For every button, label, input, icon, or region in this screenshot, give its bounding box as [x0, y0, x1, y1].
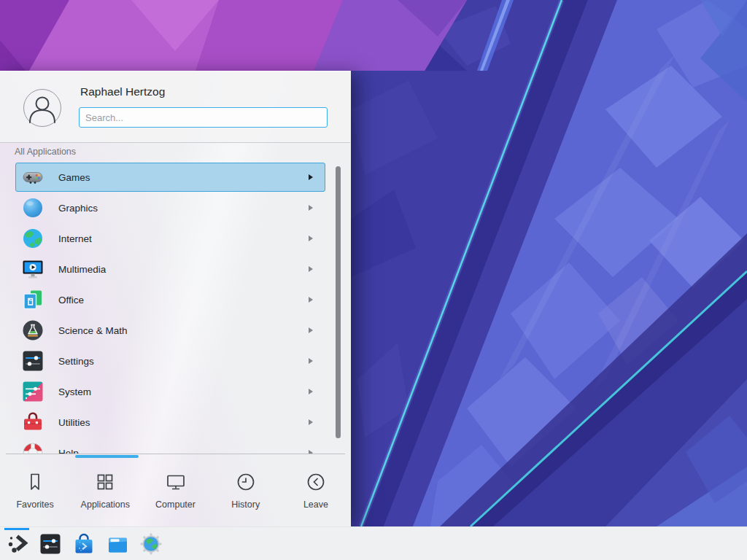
office-icon	[21, 288, 44, 311]
tab-label: History	[231, 499, 260, 510]
tabbar-divider	[6, 454, 345, 454]
category-list: Games Graphics Internet	[0, 162, 351, 454]
science-math-icon	[21, 319, 44, 342]
discover-icon	[72, 532, 96, 556]
system-icon	[21, 380, 44, 403]
tab-computer[interactable]: Computer	[140, 456, 210, 527]
submenu-arrow-icon	[309, 358, 313, 364]
category-row-help[interactable]: Help	[15, 438, 325, 454]
globe-gear-icon	[139, 532, 163, 556]
category-row-internet[interactable]: Internet	[15, 224, 325, 253]
tab-label: Leave	[303, 499, 328, 510]
folder-icon	[106, 532, 129, 556]
category-label: System	[58, 386, 309, 397]
category-row-science-math[interactable]: Science & Math	[15, 316, 325, 345]
section-label: All Applications	[15, 147, 76, 157]
category-row-settings[interactable]: Settings	[15, 346, 325, 376]
submenu-arrow-icon	[309, 174, 313, 180]
multimedia-icon	[21, 257, 44, 281]
submenu-arrow-icon	[309, 419, 313, 425]
tab-label: Favorites	[16, 499, 53, 510]
tab-label: Computer	[155, 499, 196, 510]
category-row-games[interactable]: Games	[15, 163, 325, 192]
list-scrollbar[interactable]	[336, 166, 341, 438]
category-row-utilities[interactable]: Utilities	[15, 408, 325, 437]
category-label: Utilities	[58, 417, 309, 428]
utilities-icon	[21, 411, 44, 434]
submenu-arrow-icon	[309, 205, 313, 211]
tab-applications[interactable]: Applications	[70, 456, 140, 527]
tab-leave[interactable]: Leave	[281, 456, 351, 527]
submenu-arrow-icon	[309, 236, 313, 241]
web-browser-button[interactable]	[137, 527, 165, 560]
tab-label: Applications	[81, 499, 130, 510]
category-label: Settings	[58, 356, 309, 367]
category-label: Multimedia	[58, 264, 309, 275]
clock-icon	[235, 471, 257, 493]
leave-icon	[305, 471, 327, 493]
system-settings-button[interactable]	[36, 527, 64, 560]
kde-launcher-icon	[6, 532, 29, 556]
tab-history[interactable]: History	[211, 456, 281, 527]
application-launcher-button[interactable]	[4, 527, 31, 560]
category-row-graphics[interactable]: Graphics	[15, 193, 325, 222]
file-manager-button[interactable]	[104, 527, 131, 560]
taskbar-panel: ES 7:03 PM 4/24/21	[0, 526, 747, 560]
launcher-header: Raphael Hertzog	[0, 71, 350, 143]
system-settings-icon	[39, 532, 62, 556]
grid-icon	[94, 471, 116, 493]
bookmark-icon	[24, 471, 46, 493]
category-label: Games	[58, 172, 309, 183]
active-task-indicator	[4, 528, 29, 530]
user-avatar-icon	[24, 90, 61, 126]
monitor-icon	[165, 471, 187, 493]
category-row-office[interactable]: Office	[15, 285, 325, 314]
internet-icon	[21, 227, 44, 250]
discover-button[interactable]	[70, 527, 98, 560]
search-input[interactable]	[79, 107, 328, 128]
games-icon	[21, 166, 44, 189]
category-label: Internet	[58, 233, 309, 244]
tab-favorites[interactable]: Favorites	[0, 456, 70, 527]
graphics-icon	[21, 196, 44, 219]
launcher-tabbar: Favorites Applications Computer	[0, 456, 351, 527]
category-label: Science & Math	[58, 325, 309, 336]
application-launcher-popup: Raphael Hertzog All Applications Games	[0, 71, 351, 526]
submenu-arrow-icon	[309, 327, 313, 333]
submenu-arrow-icon	[309, 297, 313, 303]
category-label: Graphics	[58, 203, 309, 214]
user-avatar[interactable]	[23, 89, 61, 127]
category-label: Office	[58, 295, 309, 306]
settings-icon	[21, 349, 44, 373]
user-name: Raphael Hertzog	[80, 85, 165, 98]
submenu-arrow-icon	[309, 389, 313, 394]
submenu-arrow-icon	[309, 266, 313, 272]
category-row-system[interactable]: System	[15, 377, 325, 406]
help-icon	[21, 441, 44, 454]
category-label: Help	[58, 448, 309, 454]
category-row-multimedia[interactable]: Multimedia	[15, 254, 325, 284]
